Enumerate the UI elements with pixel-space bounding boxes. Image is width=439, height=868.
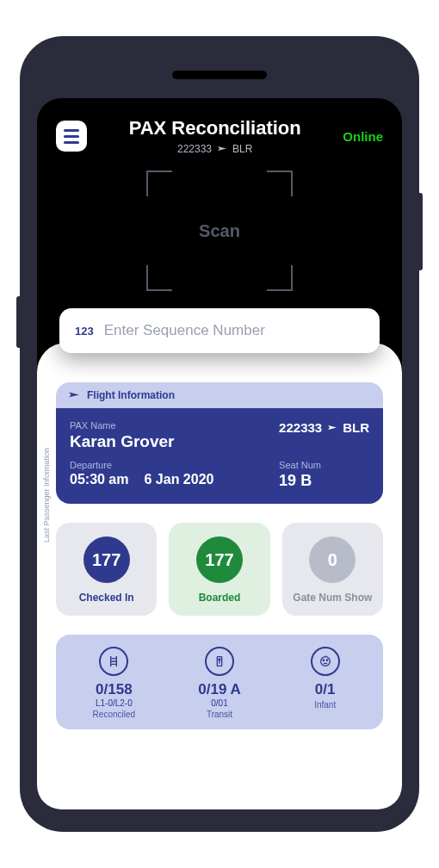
reconciled-label: Reconciled (61, 710, 167, 719)
checked-in-label: Checked In (63, 592, 150, 604)
phone-speaker (172, 71, 267, 79)
reconciled-main: 0/158 (61, 681, 167, 698)
sequence-input[interactable] (104, 322, 364, 339)
boarded-label: Boarded (176, 592, 263, 604)
phone-side-button-right (417, 193, 423, 270)
detail-reconciled[interactable]: 0/158 L1-0/L2-0 Reconciled (61, 647, 167, 719)
flight-info-card: Flight Information PAX Name Karan Grover… (56, 382, 383, 504)
scan-button[interactable]: Scan (146, 170, 293, 291)
tile-gate-num-show[interactable]: 0 Gate Num Show (282, 523, 383, 616)
transit-sub: 0/01 (167, 698, 273, 708)
detail-transit[interactable]: 0/19 A 0/01 Transit (167, 647, 273, 719)
seat-number: 19 B (279, 472, 369, 490)
flight-info-header: Flight Information (56, 382, 383, 408)
airport-code: BLR (232, 143, 252, 155)
ladder-icon (99, 647, 128, 676)
phone-side-button-left (16, 296, 22, 348)
side-label: Last Passenger Information (42, 448, 51, 542)
phone-frame: PAX Reconciliation 222333 BLR Online Sca… (22, 38, 417, 830)
app-screen: PAX Reconciliation 222333 BLR Online Sca… (37, 98, 402, 809)
sequence-search[interactable]: 123 (59, 308, 380, 353)
departure-label: Departure (70, 460, 279, 470)
flight-info-title: Flight Information (87, 389, 175, 401)
infant-label: Infant (272, 700, 378, 710)
checked-in-value: 177 (83, 536, 130, 583)
tile-checked-in[interactable]: 177 Checked In (56, 523, 157, 616)
flight-airport: BLR (343, 420, 369, 435)
infant-main: 0/1 (272, 681, 378, 698)
stats-row: 177 Checked In 177 Boarded 0 Gate Num Sh… (56, 523, 383, 616)
pax-name-label: PAX Name (70, 420, 279, 431)
search-prefix: 123 (75, 325, 94, 338)
plane-icon (327, 423, 337, 433)
svg-point-4 (326, 660, 327, 660)
pax-name: Karan Grover (70, 432, 279, 451)
connection-status: Online (343, 129, 383, 144)
boarded-value: 177 (196, 536, 243, 583)
seat-label: Seat Num (279, 460, 369, 470)
content-sheet: 123 Last Passenger Information Flight In… (37, 308, 402, 809)
gate-value: 0 (309, 536, 356, 583)
departure-time: 05:30 am (70, 472, 129, 487)
transit-label: Transit (167, 710, 273, 719)
transit-main: 0/19 A (167, 681, 273, 698)
departure-date: 6 Jan 2020 (145, 472, 214, 487)
page-title: PAX Reconciliation (87, 117, 343, 140)
svg-point-2 (320, 657, 330, 666)
page-subtitle: 222333 BLR (87, 143, 343, 155)
flight-code: 222333 (177, 143, 212, 155)
flight-id: 222333 BLR (279, 420, 369, 435)
infant-icon (311, 647, 340, 676)
detail-infant[interactable]: 0/1 Infant (272, 647, 378, 719)
reconciled-sub: L1-0/L2-0 (61, 698, 167, 708)
gate-label: Gate Num Show (289, 592, 376, 604)
app-header: PAX Reconciliation 222333 BLR Online Sca… (37, 98, 402, 291)
svg-point-3 (323, 660, 324, 660)
tile-boarded[interactable]: 177 Boarded (169, 523, 269, 616)
details-row: 0/158 L1-0/L2-0 Reconciled 0/19 A 0/01 T… (56, 635, 383, 729)
svg-point-1 (219, 659, 220, 660)
scanner-icon (205, 647, 234, 676)
plane-icon (68, 389, 80, 401)
plane-icon (217, 144, 227, 154)
menu-button[interactable] (56, 121, 87, 152)
flight-id-number: 222333 (279, 420, 322, 435)
scan-label: Scan (199, 221, 240, 241)
